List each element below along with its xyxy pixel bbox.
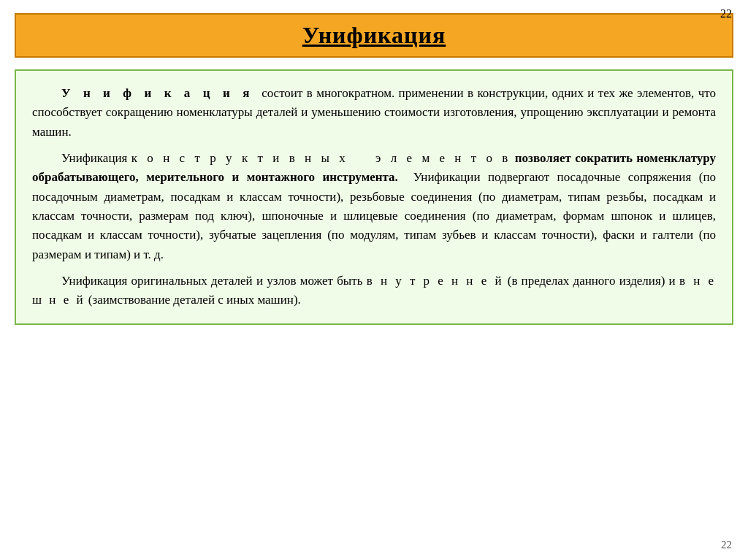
title-box: Унификация (15, 13, 733, 58)
spaced-title-word: У н и ф и к а ц и я (61, 86, 253, 100)
slide-title: Унификация (31, 22, 717, 49)
paragraph-3: Унификация оригинальных деталей и узлов … (32, 272, 716, 310)
page-number-top: 22 (720, 7, 732, 20)
page-number-bottom: 22 (721, 539, 732, 551)
slide-container: 22 Унификация У н и ф и к а ц и я состои… (0, 0, 748, 560)
paragraph-2: Унификация к о н с т р у к т и в н ы х э… (32, 149, 716, 264)
spaced-internal: в н у т р е н н е й (367, 274, 504, 288)
spaced-constructive: к о н с т р у к т и в н ы х э л е м е н … (131, 151, 511, 165)
paragraph-1: У н и ф и к а ц и я состоит в многократн… (32, 84, 716, 142)
content-box: У н и ф и к а ц и я состоит в многократн… (15, 69, 733, 325)
